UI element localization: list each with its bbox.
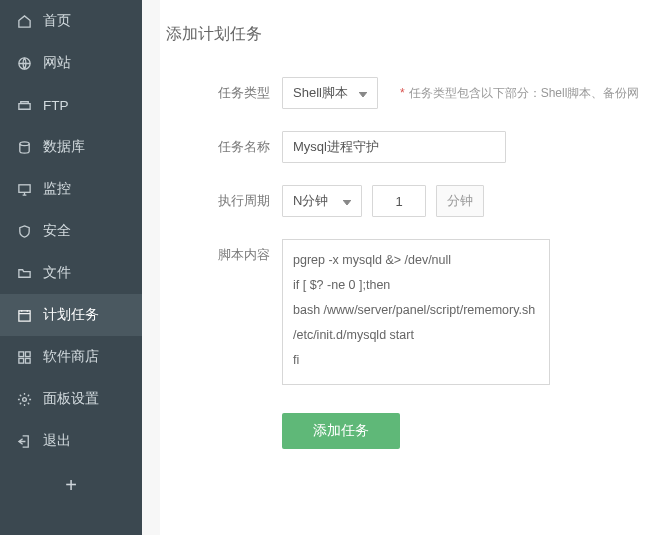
row-task-type: 任务类型 Shell脚本 *任务类型包含以下部分：Shell脚本、备份网 <box>160 77 650 109</box>
sidebar-item-label: 监控 <box>43 180 71 198</box>
sidebar-item-home[interactable]: 首页 <box>0 0 142 42</box>
sidebar-item-label: 首页 <box>43 12 71 30</box>
svg-rect-2 <box>18 184 29 192</box>
svg-rect-3 <box>18 310 29 320</box>
ftp-icon <box>16 97 32 113</box>
sidebar-item-site[interactable]: 网站 <box>0 42 142 84</box>
sidebar-item-label: FTP <box>43 98 69 113</box>
globe-icon <box>16 55 32 71</box>
sidebar-item-database[interactable]: 数据库 <box>0 126 142 168</box>
sidebar: 首页 网站 FTP 数据库 监控 安全 文件 计划任务 <box>0 0 142 535</box>
sidebar-item-exit[interactable]: 退出 <box>0 420 142 462</box>
svg-rect-7 <box>25 358 30 363</box>
input-task-name[interactable] <box>293 140 495 155</box>
sidebar-item-label: 文件 <box>43 264 71 282</box>
sidebar-item-label: 数据库 <box>43 138 85 156</box>
exit-icon <box>16 433 32 449</box>
cycle-unit: 分钟 <box>436 185 484 217</box>
add-task-button[interactable]: 添加任务 <box>282 413 400 449</box>
sidebar-item-label: 网站 <box>43 54 71 72</box>
task-type-hint: *任务类型包含以下部分：Shell脚本、备份网 <box>400 85 639 102</box>
row-task-name: 任务名称 <box>160 131 650 163</box>
select-value: Shell脚本 <box>293 84 348 102</box>
input-cycle-number[interactable] <box>383 194 415 209</box>
apps-icon <box>16 349 32 365</box>
svg-point-1 <box>19 141 28 145</box>
svg-rect-5 <box>25 351 30 356</box>
label-task-type: 任务类型 <box>218 77 282 102</box>
sidebar-item-files[interactable]: 文件 <box>0 252 142 294</box>
main-area: 添加计划任务 任务类型 Shell脚本 *任务类型包含以下部分：Shell脚本、… <box>142 0 650 535</box>
page-title: 添加计划任务 <box>160 24 650 45</box>
monitor-icon <box>16 181 32 197</box>
select-value: N分钟 <box>293 192 328 210</box>
sidebar-item-ftp[interactable]: FTP <box>0 84 142 126</box>
select-cycle[interactable]: N分钟 <box>282 185 362 217</box>
sidebar-add-button[interactable]: + <box>0 462 142 509</box>
label-cycle: 执行周期 <box>218 185 282 210</box>
shield-icon <box>16 223 32 239</box>
plus-icon: + <box>65 474 77 496</box>
input-task-name-wrap <box>282 131 506 163</box>
sidebar-item-label: 计划任务 <box>43 306 99 324</box>
sidebar-item-appstore[interactable]: 软件商店 <box>0 336 142 378</box>
svg-rect-6 <box>18 358 23 363</box>
calendar-icon <box>16 307 32 323</box>
sidebar-item-label: 软件商店 <box>43 348 99 366</box>
database-icon <box>16 139 32 155</box>
chevron-down-icon <box>359 86 367 101</box>
sidebar-item-label: 面板设置 <box>43 390 99 408</box>
sidebar-item-cron[interactable]: 计划任务 <box>0 294 142 336</box>
sidebar-item-settings[interactable]: 面板设置 <box>0 378 142 420</box>
sidebar-item-security[interactable]: 安全 <box>0 210 142 252</box>
sidebar-item-label: 安全 <box>43 222 71 240</box>
svg-point-8 <box>22 397 26 401</box>
home-icon <box>16 13 32 29</box>
label-script: 脚本内容 <box>218 239 282 264</box>
sidebar-item-monitor[interactable]: 监控 <box>0 168 142 210</box>
required-asterisk: * <box>400 86 405 100</box>
sidebar-item-label: 退出 <box>43 432 71 450</box>
gear-icon <box>16 391 32 407</box>
chevron-down-icon <box>343 194 351 209</box>
folder-icon <box>16 265 32 281</box>
svg-rect-4 <box>18 351 23 356</box>
select-task-type[interactable]: Shell脚本 <box>282 77 378 109</box>
textarea-script[interactable]: pgrep -x mysqld &> /dev/null if [ $? -ne… <box>282 239 550 385</box>
label-task-name: 任务名称 <box>218 131 282 156</box>
input-cycle-number-wrap <box>372 185 426 217</box>
row-cycle: 执行周期 N分钟 分钟 <box>160 185 650 217</box>
row-script: 脚本内容 pgrep -x mysqld &> /dev/null if [ $… <box>160 239 650 385</box>
